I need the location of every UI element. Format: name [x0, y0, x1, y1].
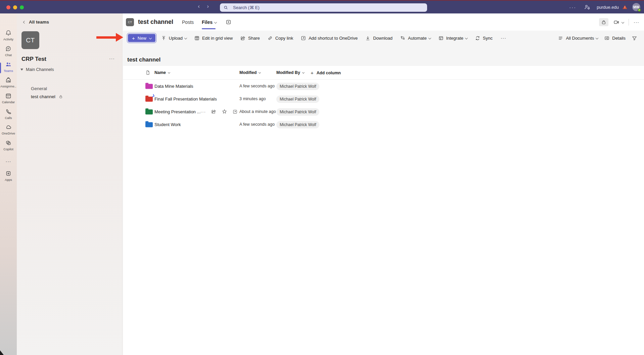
chevron-down-icon: [428, 37, 431, 39]
file-list-panel: Name Modified Modified By + Add column D…: [123, 66, 644, 355]
modified-time: A few seconds ago: [239, 122, 275, 127]
favorite-star-icon[interactable]: [222, 109, 227, 115]
sync-icon: [475, 35, 480, 41]
automate-button[interactable]: Automate: [400, 35, 431, 41]
private-channel-lock-icon: [59, 94, 63, 99]
sync-button[interactable]: Sync: [475, 35, 493, 41]
file-name-link[interactable]: Data Mine Materials: [154, 84, 193, 89]
upload-icon: [161, 35, 167, 41]
folder-icon: [145, 97, 153, 102]
chevron-down-icon: [149, 37, 152, 39]
column-header-modified[interactable]: Modified: [239, 70, 261, 75]
view-selector[interactable]: All Documents: [558, 35, 598, 41]
share-button[interactable]: Share: [240, 35, 260, 41]
team-name: CRP Test: [21, 56, 46, 63]
backpack-icon: [5, 77, 12, 83]
add-shortcut-onedrive-button[interactable]: Add shortcut to OneDrive: [301, 35, 358, 41]
copy-link-button[interactable]: Copy link: [267, 35, 293, 41]
file-row-data-mine-materials[interactable]: Data Mine Materials A few seconds ago Mi…: [123, 80, 644, 92]
macos-zoom-button[interactable]: [20, 5, 24, 9]
rail-item-assignments[interactable]: Assignme...: [0, 77, 17, 88]
cloud-icon: [5, 124, 12, 130]
integrate-button[interactable]: Integrate: [438, 35, 467, 41]
file-name-link[interactable]: Meeting Presentation ...: [154, 109, 200, 114]
tab-files[interactable]: Files: [202, 19, 217, 25]
rail-item-apps[interactable]: Apps: [0, 170, 17, 182]
modified-by-badge: Michael Patrick Wolf: [276, 121, 319, 128]
integrate-icon: [438, 35, 444, 41]
channel-more-icon[interactable]: ···: [634, 19, 639, 25]
notification-status-icon[interactable]: [584, 4, 590, 10]
add-column-button[interactable]: + Add column: [311, 70, 341, 76]
calendar-icon: [5, 92, 12, 99]
macos-close-button[interactable]: [6, 5, 10, 9]
download-button[interactable]: Download: [365, 35, 393, 41]
account-domain[interactable]: purdue.edu: [597, 5, 619, 10]
channel-avatar: CT: [126, 18, 134, 26]
all-teams-back-button[interactable]: All teams: [24, 19, 49, 25]
plus-square-icon: [225, 19, 232, 25]
plus-icon: +: [311, 70, 314, 76]
rail-item-chat[interactable]: Chat: [0, 45, 17, 57]
share-icon: [240, 35, 246, 41]
back-nav-icon[interactable]: ‹: [195, 3, 202, 10]
file-type-column-icon[interactable]: [145, 70, 150, 75]
macos-minimize-button[interactable]: [13, 5, 17, 9]
search-bar[interactable]: [220, 3, 427, 12]
rail-item-copilot[interactable]: Copilot: [0, 140, 17, 151]
toolbar-more-icon[interactable]: ···: [501, 35, 506, 41]
channel-privacy-button[interactable]: [599, 18, 608, 26]
chevron-left-icon: [23, 21, 26, 23]
forward-nav-icon[interactable]: ›: [204, 3, 211, 10]
sidebar-channel-general[interactable]: General: [31, 86, 47, 91]
warning-icon[interactable]: [622, 5, 628, 9]
file-row-meeting-presentation[interactable]: Meeting Presentation ... ··· About a min…: [123, 105, 644, 118]
rail-item-calls[interactable]: Calls: [0, 108, 17, 120]
upload-button[interactable]: Upload: [161, 35, 187, 41]
file-name-link[interactable]: Student Work: [154, 122, 181, 127]
library-title: test channel: [127, 56, 160, 63]
file-row-student-work[interactable]: Student Work A few seconds ago Michael P…: [123, 118, 644, 131]
app-rail: Activity Chat Teams Assignme...: [0, 13, 17, 355]
tab-posts[interactable]: Posts: [182, 19, 194, 25]
titlebar-more-icon[interactable]: ···: [569, 4, 576, 10]
share-icon[interactable]: [211, 109, 217, 115]
row-more-icon[interactable]: ···: [200, 109, 206, 114]
rail-item-onedrive[interactable]: OneDrive: [0, 124, 17, 135]
files-toolbar: + New Upload Edit in grid view: [123, 31, 644, 45]
copilot-icon: [5, 140, 12, 146]
divider: [629, 19, 629, 26]
team-more-icon[interactable]: ···: [109, 56, 115, 61]
chevron-down-icon: [622, 21, 624, 23]
rail-item-calendar[interactable]: Calendar: [0, 92, 17, 104]
titlebar: ‹ › ··· purdue.edu MW ✓: [0, 1, 644, 13]
teams-app-window: ‹ › ··· purdue.edu MW ✓: [0, 0, 644, 355]
column-header-modified-by[interactable]: Modified By: [276, 70, 304, 75]
new-button[interactable]: + New: [127, 33, 156, 43]
meet-button[interactable]: [613, 19, 624, 25]
status-available-icon: ✓: [638, 8, 641, 12]
rail-item-activity[interactable]: Activity: [0, 30, 17, 41]
edit-grid-view-button[interactable]: Edit in grid view: [194, 35, 233, 41]
open-in-new-icon[interactable]: [232, 109, 238, 114]
grid-icon: [194, 35, 200, 41]
search-input[interactable]: [233, 5, 424, 10]
column-header-name[interactable]: Name: [154, 70, 170, 75]
collapse-triangle-icon: [20, 69, 23, 71]
rail-more-icon[interactable]: ···: [0, 159, 17, 164]
filter-button[interactable]: [632, 35, 640, 41]
file-row-final-fall-presentation-materials[interactable]: Final Fall Presentation Materials 3 minu…: [123, 92, 644, 105]
rail-item-teams[interactable]: Teams: [0, 61, 17, 73]
details-button[interactable]: Details: [604, 35, 626, 41]
download-icon: [365, 35, 371, 41]
apps-icon: [5, 170, 12, 177]
modified-time: 3 minutes ago: [239, 96, 266, 101]
user-avatar[interactable]: MW ✓: [632, 3, 640, 11]
team-avatar[interactable]: CT: [21, 31, 39, 49]
add-tab-button[interactable]: [225, 19, 232, 25]
details-pane-icon: [604, 35, 610, 41]
sidebar-channel-test-channel[interactable]: test channel: [31, 94, 63, 99]
teams-icon: [5, 61, 12, 68]
channels-section-header[interactable]: Main Channels: [20, 67, 54, 72]
file-name-link[interactable]: Final Fall Presentation Materials: [154, 96, 217, 102]
